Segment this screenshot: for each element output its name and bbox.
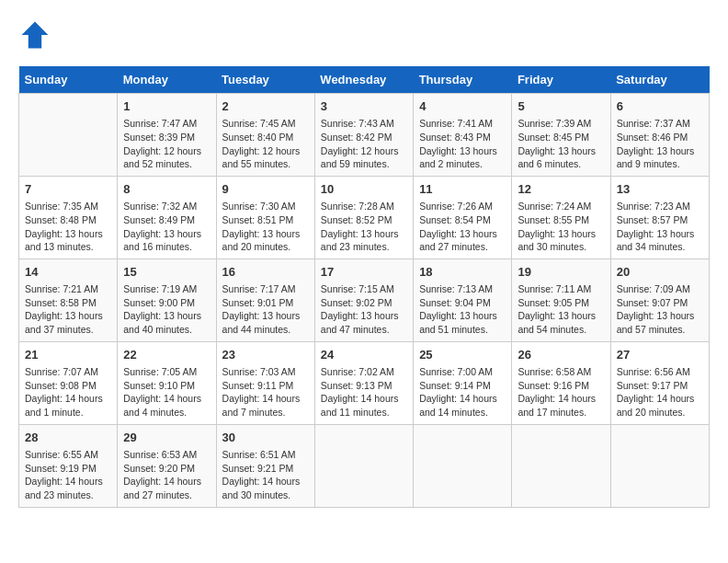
calendar-cell	[512, 424, 610, 507]
calendar-cell: 7Sunrise: 7:35 AMSunset: 8:48 PMDaylight…	[19, 176, 118, 259]
calendar-cell: 1Sunrise: 7:47 AMSunset: 8:39 PMDaylight…	[118, 94, 216, 177]
calendar-cell: 8Sunrise: 7:32 AMSunset: 8:49 PMDaylight…	[118, 176, 216, 259]
calendar-cell: 18Sunrise: 7:13 AMSunset: 9:04 PMDayligh…	[414, 259, 512, 341]
day-header-sunday: Sunday	[19, 66, 118, 94]
day-number: 19	[518, 264, 604, 281]
calendar-cell: 25Sunrise: 7:00 AMSunset: 9:14 PMDayligh…	[414, 341, 512, 424]
day-number: 23	[222, 347, 309, 363]
calendar-cell: 23Sunrise: 7:03 AMSunset: 9:11 PMDayligh…	[216, 341, 314, 424]
day-number: 25	[419, 347, 506, 363]
cell-content: Sunrise: 7:28 AMSunset: 8:52 PMDaylight:…	[321, 200, 407, 254]
cell-content: Sunrise: 7:45 AMSunset: 8:40 PMDaylight:…	[222, 117, 309, 171]
calendar-cell: 4Sunrise: 7:41 AMSunset: 8:43 PMDaylight…	[414, 94, 512, 177]
cell-content: Sunrise: 7:07 AMSunset: 9:08 PMDaylight:…	[25, 365, 111, 419]
cell-content: Sunrise: 7:30 AMSunset: 8:51 PMDaylight:…	[222, 200, 309, 254]
week-row-5: 28Sunrise: 6:55 AMSunset: 9:19 PMDayligh…	[19, 424, 710, 507]
calendar-cell	[19, 94, 118, 177]
cell-content: Sunrise: 7:24 AMSunset: 8:55 PMDaylight:…	[518, 200, 604, 254]
calendar-cell: 3Sunrise: 7:43 AMSunset: 8:42 PMDaylight…	[314, 94, 413, 177]
day-number: 12	[518, 181, 604, 198]
header-row: SundayMondayTuesdayWednesdayThursdayFrid…	[19, 66, 710, 94]
day-number: 7	[25, 181, 111, 198]
day-number: 26	[518, 347, 604, 363]
day-number: 1	[123, 98, 210, 115]
cell-content: Sunrise: 7:32 AMSunset: 8:49 PMDaylight:…	[123, 200, 210, 254]
day-number: 21	[25, 347, 111, 363]
cell-content: Sunrise: 7:17 AMSunset: 9:01 PMDaylight:…	[222, 282, 309, 337]
cell-content: Sunrise: 6:53 AMSunset: 9:20 PMDaylight:…	[123, 448, 210, 502]
calendar-cell: 19Sunrise: 7:11 AMSunset: 9:05 PMDayligh…	[512, 259, 610, 341]
cell-content: Sunrise: 7:03 AMSunset: 9:11 PMDaylight:…	[222, 365, 309, 419]
day-number: 6	[617, 98, 703, 115]
calendar-cell: 21Sunrise: 7:07 AMSunset: 9:08 PMDayligh…	[19, 341, 118, 424]
day-number: 17	[321, 264, 407, 281]
calendar-table: SundayMondayTuesdayWednesdayThursdayFrid…	[18, 66, 710, 508]
calendar-cell: 11Sunrise: 7:26 AMSunset: 8:54 PMDayligh…	[414, 176, 512, 259]
day-number: 5	[518, 98, 604, 115]
day-number: 2	[222, 98, 309, 115]
cell-content: Sunrise: 6:51 AMSunset: 9:21 PMDaylight:…	[222, 448, 309, 502]
week-row-2: 7Sunrise: 7:35 AMSunset: 8:48 PMDaylight…	[19, 176, 710, 259]
day-header-tuesday: Tuesday	[216, 66, 314, 94]
cell-content: Sunrise: 7:37 AMSunset: 8:46 PMDaylight:…	[617, 117, 703, 171]
calendar-cell: 14Sunrise: 7:21 AMSunset: 8:58 PMDayligh…	[19, 259, 118, 341]
cell-content: Sunrise: 6:58 AMSunset: 9:16 PMDaylight:…	[518, 365, 604, 419]
day-number: 20	[617, 264, 703, 281]
cell-content: Sunrise: 7:05 AMSunset: 9:10 PMDaylight:…	[123, 365, 210, 419]
cell-content: Sunrise: 7:35 AMSunset: 8:48 PMDaylight:…	[25, 200, 111, 254]
day-header-saturday: Saturday	[610, 66, 709, 94]
day-number: 14	[25, 264, 111, 281]
cell-content: Sunrise: 7:11 AMSunset: 9:05 PMDaylight:…	[518, 282, 604, 337]
calendar-cell: 20Sunrise: 7:09 AMSunset: 9:07 PMDayligh…	[610, 259, 709, 341]
cell-content: Sunrise: 7:26 AMSunset: 8:54 PMDaylight:…	[419, 200, 506, 254]
cell-content: Sunrise: 7:15 AMSunset: 9:02 PMDaylight:…	[321, 282, 407, 337]
cell-content: Sunrise: 7:00 AMSunset: 9:14 PMDaylight:…	[419, 365, 506, 419]
cell-content: Sunrise: 7:21 AMSunset: 8:58 PMDaylight:…	[25, 282, 111, 337]
day-number: 9	[222, 181, 309, 198]
day-header-monday: Monday	[118, 66, 216, 94]
calendar-cell	[414, 424, 512, 507]
day-number: 22	[123, 347, 210, 363]
day-number: 16	[222, 264, 309, 281]
day-header-thursday: Thursday	[414, 66, 512, 94]
cell-content: Sunrise: 6:56 AMSunset: 9:17 PMDaylight:…	[617, 365, 703, 419]
logo-icon	[18, 18, 51, 52]
calendar-cell: 26Sunrise: 6:58 AMSunset: 9:16 PMDayligh…	[512, 341, 610, 424]
cell-content: Sunrise: 7:43 AMSunset: 8:42 PMDaylight:…	[321, 117, 407, 171]
calendar-cell: 27Sunrise: 6:56 AMSunset: 9:17 PMDayligh…	[610, 341, 709, 424]
calendar-cell: 30Sunrise: 6:51 AMSunset: 9:21 PMDayligh…	[216, 424, 314, 507]
cell-content: Sunrise: 7:41 AMSunset: 8:43 PMDaylight:…	[419, 117, 506, 171]
calendar-cell: 29Sunrise: 6:53 AMSunset: 9:20 PMDayligh…	[118, 424, 216, 507]
day-header-wednesday: Wednesday	[314, 66, 413, 94]
calendar-cell: 28Sunrise: 6:55 AMSunset: 9:19 PMDayligh…	[19, 424, 118, 507]
day-number: 11	[419, 181, 506, 198]
day-number: 13	[617, 181, 703, 198]
calendar-cell: 13Sunrise: 7:23 AMSunset: 8:57 PMDayligh…	[610, 176, 709, 259]
week-row-3: 14Sunrise: 7:21 AMSunset: 8:58 PMDayligh…	[19, 259, 710, 341]
calendar-cell: 22Sunrise: 7:05 AMSunset: 9:10 PMDayligh…	[118, 341, 216, 424]
calendar-cell: 16Sunrise: 7:17 AMSunset: 9:01 PMDayligh…	[216, 259, 314, 341]
day-number: 18	[419, 264, 506, 281]
cell-content: Sunrise: 7:19 AMSunset: 9:00 PMDaylight:…	[123, 282, 210, 337]
calendar-cell: 6Sunrise: 7:37 AMSunset: 8:46 PMDaylight…	[610, 94, 709, 177]
week-row-1: 1Sunrise: 7:47 AMSunset: 8:39 PMDaylight…	[19, 94, 710, 177]
calendar-cell	[314, 424, 413, 507]
day-number: 15	[123, 264, 210, 281]
cell-content: Sunrise: 6:55 AMSunset: 9:19 PMDaylight:…	[25, 448, 111, 502]
calendar-cell: 10Sunrise: 7:28 AMSunset: 8:52 PMDayligh…	[314, 176, 413, 259]
cell-content: Sunrise: 7:02 AMSunset: 9:13 PMDaylight:…	[321, 365, 407, 419]
calendar-cell: 2Sunrise: 7:45 AMSunset: 8:40 PMDaylight…	[216, 94, 314, 177]
week-row-4: 21Sunrise: 7:07 AMSunset: 9:08 PMDayligh…	[19, 341, 710, 424]
calendar-cell: 12Sunrise: 7:24 AMSunset: 8:55 PMDayligh…	[512, 176, 610, 259]
day-number: 4	[419, 98, 506, 115]
calendar-cell: 5Sunrise: 7:39 AMSunset: 8:45 PMDaylight…	[512, 94, 610, 177]
page-header	[18, 18, 710, 52]
logo	[18, 18, 55, 52]
day-number: 8	[123, 181, 210, 198]
cell-content: Sunrise: 7:23 AMSunset: 8:57 PMDaylight:…	[617, 200, 703, 254]
day-number: 3	[321, 98, 407, 115]
svg-marker-0	[22, 22, 49, 49]
cell-content: Sunrise: 7:09 AMSunset: 9:07 PMDaylight:…	[617, 282, 703, 337]
day-number: 24	[321, 347, 407, 363]
day-number: 27	[617, 347, 703, 363]
